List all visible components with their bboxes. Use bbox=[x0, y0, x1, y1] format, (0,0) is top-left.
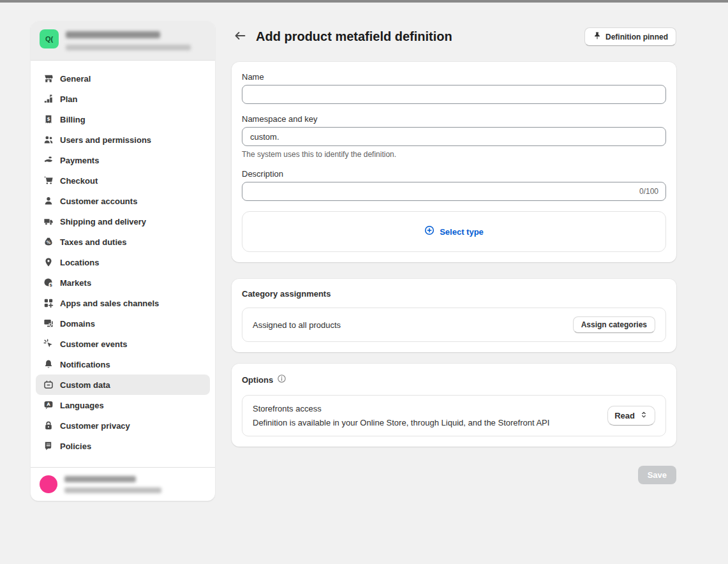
back-button[interactable] bbox=[232, 28, 249, 46]
sidebar-item-label: Taxes and duties bbox=[60, 237, 127, 247]
location-pin-icon bbox=[43, 257, 54, 267]
languages-icon: A bbox=[43, 400, 54, 410]
bell-icon bbox=[43, 359, 54, 369]
save-button[interactable]: Save bbox=[638, 466, 676, 484]
options-card: Options Storefronts access Definition is… bbox=[232, 364, 676, 447]
sidebar-item-label: Notifications bbox=[60, 360, 110, 369]
sidebar-item-label: Customer accounts bbox=[60, 197, 137, 206]
pin-icon bbox=[593, 31, 602, 42]
store-info-header[interactable]: Q( bbox=[31, 21, 215, 61]
description-char-counter: 0/100 bbox=[639, 187, 658, 196]
storefronts-access-text: Storefronts access Definition is availab… bbox=[253, 404, 549, 427]
sidebar-item-label: Checkout bbox=[60, 176, 98, 186]
sidebar-item-locations[interactable]: Locations bbox=[36, 252, 210, 272]
sidebar-item-shipping-and-delivery[interactable]: Shipping and delivery bbox=[36, 211, 210, 232]
category-assignment-status: Assigned to all products bbox=[253, 320, 341, 330]
options-title: Options bbox=[242, 375, 273, 385]
store-domain-redacted bbox=[66, 45, 191, 50]
user-name-redacted bbox=[64, 476, 136, 482]
storefronts-access-select[interactable]: Read bbox=[607, 406, 655, 426]
sidebar-item-customer-accounts[interactable]: Customer accounts bbox=[36, 191, 210, 211]
svg-text:A: A bbox=[47, 402, 50, 407]
sidebar-item-label: Markets bbox=[60, 278, 91, 288]
billing-icon: $ bbox=[43, 114, 54, 124]
truck-icon bbox=[43, 216, 54, 226]
access-select-value: Read bbox=[614, 411, 635, 420]
sidebar-item-customer-privacy[interactable]: Customer privacy bbox=[36, 415, 210, 436]
plan-icon bbox=[43, 94, 54, 104]
store-avatar: Q( bbox=[40, 29, 59, 48]
sidebar-item-label: Locations bbox=[60, 258, 99, 267]
user-avatar bbox=[40, 475, 57, 493]
plus-circle-icon bbox=[424, 225, 435, 238]
users-icon bbox=[43, 135, 54, 145]
sidebar-item-payments[interactable]: Payments bbox=[36, 150, 210, 170]
svg-text:$: $ bbox=[47, 116, 50, 122]
sidebar-item-label: Plan bbox=[60, 94, 77, 104]
sidebar-item-checkout[interactable]: Checkout bbox=[36, 170, 210, 191]
page-title: Add product metafield definition bbox=[256, 29, 578, 44]
settings-nav: General Plan $ Billing Users and permiss… bbox=[31, 61, 215, 464]
policy-icon bbox=[43, 441, 54, 451]
sidebar-item-policies[interactable]: Policies bbox=[36, 436, 210, 456]
sidebar-item-general[interactable]: General bbox=[36, 68, 210, 89]
sidebar-item-apps-and-sales-channels[interactable]: Apps and sales channels bbox=[36, 293, 210, 313]
sidebar-item-label: Languages bbox=[60, 401, 104, 410]
storefronts-access-title: Storefronts access bbox=[253, 404, 549, 413]
info-icon[interactable] bbox=[277, 374, 286, 386]
sidebar-item-users-and-permissions[interactable]: Users and permissions bbox=[36, 130, 210, 150]
sidebar-item-label: Payments bbox=[60, 156, 99, 165]
sidebar-item-customer-events[interactable]: Customer events bbox=[36, 334, 210, 354]
sidebar-item-languages[interactable]: A Languages bbox=[36, 395, 210, 415]
main-content: Add product metafield definition Definit… bbox=[232, 21, 676, 484]
definition-pinned-label: Definition pinned bbox=[605, 33, 668, 41]
apps-grid-icon bbox=[43, 298, 54, 308]
domains-icon bbox=[43, 318, 54, 329]
page-header: Add product metafield definition Definit… bbox=[232, 27, 676, 46]
sidebar-item-markets[interactable]: $ Markets bbox=[36, 272, 210, 293]
settings-layout: Q( General Plan $ Billing Users and perm… bbox=[0, 3, 728, 501]
definition-pinned-button[interactable]: Definition pinned bbox=[584, 27, 676, 46]
namespace-help-text: The system uses this to identify the def… bbox=[242, 150, 666, 159]
sidebar-item-plan[interactable]: Plan bbox=[36, 89, 210, 109]
lock-icon bbox=[43, 420, 54, 431]
sidebar-item-label: Domains bbox=[60, 319, 95, 329]
select-type-button[interactable]: Select type bbox=[242, 211, 666, 252]
custom-data-icon bbox=[43, 380, 54, 390]
user-account-footer[interactable] bbox=[31, 467, 215, 501]
person-icon bbox=[43, 196, 54, 206]
category-assignments-row: Assigned to all products Assign categori… bbox=[242, 308, 666, 342]
sidebar-item-label: Policies bbox=[60, 442, 91, 451]
back-arrow-icon bbox=[234, 29, 247, 44]
description-label: Description bbox=[242, 169, 666, 179]
sidebar-item-billing[interactable]: $ Billing bbox=[36, 109, 210, 130]
name-label: Name bbox=[242, 72, 666, 82]
svg-text:%: % bbox=[47, 240, 51, 245]
namespace-input[interactable] bbox=[242, 127, 666, 146]
assign-categories-label: Assign categories bbox=[581, 320, 647, 329]
description-field: Description 0/100 bbox=[242, 169, 666, 201]
page-actions: Save bbox=[232, 466, 676, 484]
sidebar-item-notifications[interactable]: Notifications bbox=[36, 354, 210, 375]
sidebar-item-label: Custom data bbox=[60, 380, 110, 390]
payments-icon bbox=[43, 155, 54, 165]
settings-sidebar: Q( General Plan $ Billing Users and perm… bbox=[31, 21, 215, 501]
sidebar-item-custom-data[interactable]: Custom data bbox=[36, 375, 210, 395]
description-input[interactable] bbox=[242, 182, 666, 201]
storefronts-access-description: Definition is available in your Online S… bbox=[253, 418, 549, 427]
sidebar-item-taxes-and-duties[interactable]: % Taxes and duties bbox=[36, 232, 210, 252]
category-assignments-card: Category assignments Assigned to all pro… bbox=[232, 279, 676, 352]
sidebar-item-label: General bbox=[60, 74, 91, 84]
cursor-click-icon bbox=[43, 339, 54, 349]
namespace-field: Namespace and key The system uses this t… bbox=[242, 114, 666, 159]
up-down-chevrons-icon bbox=[639, 410, 648, 421]
sidebar-item-label: Customer events bbox=[60, 339, 127, 349]
store-icon bbox=[43, 73, 54, 84]
store-identity bbox=[66, 29, 191, 50]
category-assignments-title: Category assignments bbox=[242, 289, 666, 299]
sidebar-item-domains[interactable]: Domains bbox=[36, 313, 210, 334]
sidebar-item-label: Billing bbox=[60, 115, 85, 124]
assign-categories-button[interactable]: Assign categories bbox=[573, 316, 655, 333]
name-input[interactable] bbox=[242, 85, 666, 104]
sidebar-item-label: Users and permissions bbox=[60, 135, 151, 145]
